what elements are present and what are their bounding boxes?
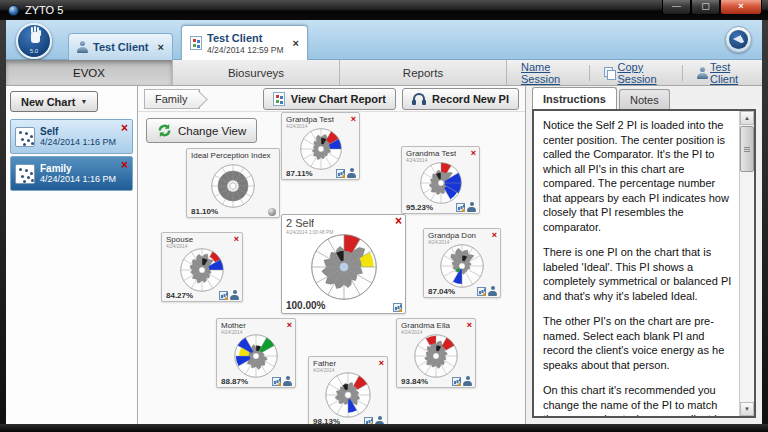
session-doc-icon <box>190 36 202 50</box>
pi-chart-title: Father <box>313 359 336 368</box>
record-voice-icon[interactable] <box>463 376 472 386</box>
close-pi-icon[interactable]: × <box>467 321 472 329</box>
app-icon <box>8 5 19 16</box>
new-chart-button[interactable]: New Chart ▼ <box>10 91 98 112</box>
pi-chart-title: Spouse <box>166 235 193 244</box>
pi-settings-icon[interactable] <box>456 203 465 212</box>
record-voice-icon[interactable] <box>488 286 497 296</box>
client-tab-inactive[interactable]: Test Client × <box>68 33 173 60</box>
record-voice-icon[interactable] <box>230 290 239 300</box>
test-client-label: Test Client <box>710 61 748 85</box>
close-pi-icon[interactable]: × <box>492 231 497 239</box>
chevron-down-icon: ▼ <box>80 98 87 105</box>
pi-chart-ideal[interactable]: Ideal Perception Index81.10% <box>186 148 280 218</box>
pi-chart-header: Ideal Perception Index <box>191 151 276 160</box>
close-pi-icon[interactable]: × <box>379 359 384 367</box>
pi-chart-grandma-test[interactable]: Grandma Test×4/24/201495.23% <box>401 146 480 214</box>
window-frame-left <box>0 20 6 424</box>
title-bar: ZYTO 5 — ▢ × <box>0 0 768 20</box>
pi-settings-icon[interactable] <box>272 377 281 386</box>
test-client-link[interactable]: Test Client <box>682 65 762 81</box>
close-pi-icon[interactable]: × <box>287 321 292 329</box>
record-voice-icon[interactable] <box>347 168 356 178</box>
close-pi-icon[interactable]: × <box>471 149 476 157</box>
pi-action-icons <box>393 303 402 312</box>
delete-chart-icon[interactable]: × <box>121 160 128 170</box>
pi-percent: 88.87% <box>221 377 248 386</box>
announcement-button[interactable] <box>725 26 752 53</box>
pi-settings-icon[interactable] <box>364 417 373 424</box>
record-voice-icon[interactable] <box>467 202 476 212</box>
pi-percent: 87.04% <box>428 287 455 296</box>
maximize-button[interactable]: ▢ <box>691 0 720 15</box>
pi-action-icons <box>456 202 476 212</box>
change-view-button[interactable]: Change View <box>146 118 257 143</box>
pi-chart-title: 2 Self <box>286 217 314 229</box>
pi-radar-chart <box>187 163 279 208</box>
headset-icon <box>412 93 426 105</box>
window-frame-bottom <box>0 424 768 432</box>
sidebar-item-family[interactable]: Family 4/24/2014 1:16 PM × <box>10 156 133 191</box>
instructions-paragraph: There is one PI on the chart that is lab… <box>543 245 732 303</box>
pi-settings-icon[interactable] <box>393 303 402 312</box>
record-voice-icon[interactable] <box>283 376 292 386</box>
breadcrumb[interactable]: Family <box>144 89 200 109</box>
pi-chart-header: 2 Self× <box>286 217 402 229</box>
pi-radar-chart <box>309 371 387 418</box>
record-new-pi-button[interactable]: Record New PI <box>402 88 519 110</box>
chart-item-date: 4/24/2014 1:16 PM <box>40 137 116 147</box>
pi-chart-spouse[interactable]: Spouse×4/24/201484.27% <box>161 232 243 302</box>
pi-settings-icon[interactable] <box>477 287 486 296</box>
tab-reports[interactable]: Reports <box>340 60 507 85</box>
pi-chart-grandma-ella[interactable]: Grandma Ella×4/24/201493.84% <box>396 318 476 388</box>
name-session-link[interactable]: Name Session <box>507 65 589 81</box>
view-chart-report-button[interactable]: View Chart Report <box>263 88 396 110</box>
close-pi-icon[interactable]: × <box>234 235 239 243</box>
chart-item-title: Self <box>40 126 116 137</box>
pi-action-icons <box>477 286 497 296</box>
delete-chart-icon[interactable]: × <box>121 123 128 133</box>
scrollbar[interactable]: ▲ ▼ <box>739 111 754 416</box>
sidebar-item-self[interactable]: Self 4/24/2014 1:16 PM × <box>10 119 133 154</box>
tab-instructions[interactable]: Instructions <box>532 87 617 109</box>
pi-settings-icon[interactable] <box>219 291 228 300</box>
scroll-down-icon[interactable]: ▼ <box>740 402 754 416</box>
report-doc-icon <box>273 92 285 106</box>
sphere-icon <box>268 208 276 216</box>
close-pi-icon[interactable]: × <box>351 115 356 123</box>
tab-notes[interactable]: Notes <box>619 89 670 109</box>
minimize-button[interactable]: — <box>662 0 691 15</box>
pi-action-icons <box>268 208 276 216</box>
pi-chart-father[interactable]: Father×4/24/201498.13% <box>308 356 388 424</box>
pi-chart-grandpa-test[interactable]: Grandpa Test×4/24/201487.11% <box>281 112 360 180</box>
copy-session-link[interactable]: Copy Session <box>589 65 682 81</box>
scrollbar-thumb[interactable] <box>740 126 754 172</box>
record-voice-icon[interactable] <box>375 416 384 424</box>
client-tab-active[interactable]: Test Client 4/24/2014 12:59 PM × <box>181 25 308 60</box>
pi-percent: 95.23% <box>406 203 433 212</box>
pi-chart-title: Grandma Ella <box>401 321 450 330</box>
scroll-up-icon[interactable]: ▲ <box>740 111 754 125</box>
tab-evox[interactable]: EVOX <box>6 60 173 85</box>
pi-chart-title: Grandma Test <box>406 149 456 158</box>
close-icon[interactable]: × <box>157 41 163 53</box>
pi-chart-mother[interactable]: Mother×4/24/201488.87% <box>216 318 296 388</box>
record-new-pi-label: Record New PI <box>432 93 509 105</box>
pi-settings-icon[interactable] <box>336 169 345 178</box>
pi-chart-self[interactable]: 2 Self×4/24/2014 1:00:48 PM100.00% <box>281 214 406 314</box>
pi-action-icons <box>336 168 356 178</box>
pi-action-icons <box>219 290 239 300</box>
client-tab-label: Test Client <box>93 41 148 53</box>
pi-chart-title: Ideal Perception Index <box>191 151 271 160</box>
logo-version-text: 5.0 <box>18 48 50 54</box>
chart-thumbnail-icon <box>15 164 35 184</box>
close-icon[interactable]: × <box>293 37 299 49</box>
pi-chart-grandpa-don[interactable]: Grandpa Don×4/24/201487.04% <box>423 228 501 298</box>
pi-radar-chart <box>282 233 405 301</box>
pi-settings-icon[interactable] <box>452 377 461 386</box>
person-icon <box>697 67 705 79</box>
close-pi-icon[interactable]: × <box>395 217 402 225</box>
tab-biosurveys[interactable]: Biosurveys <box>173 60 340 85</box>
close-button[interactable]: × <box>720 0 762 15</box>
pi-chart-canvas: Change View Grandpa Test×4/24/201487.11%… <box>138 112 525 424</box>
